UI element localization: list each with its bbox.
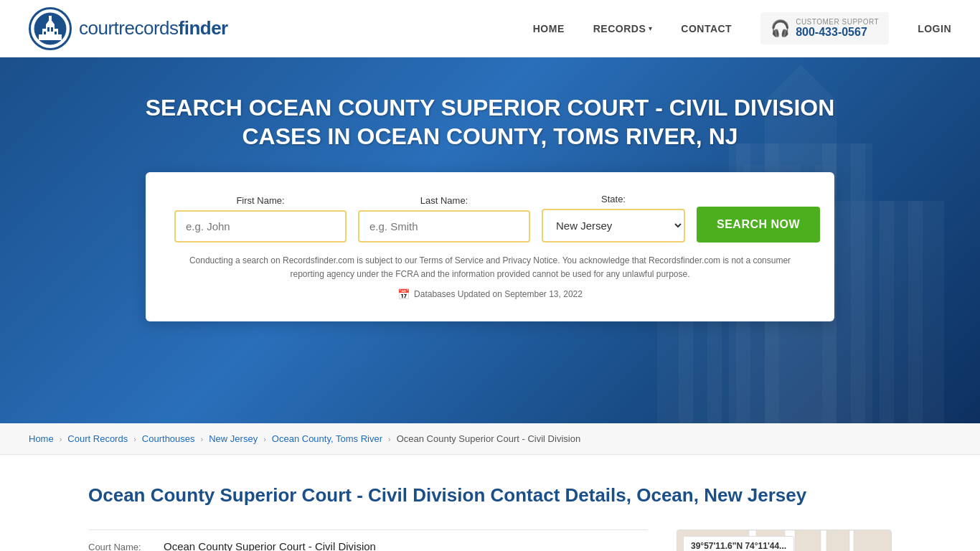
breadcrumb-sep-2: › <box>133 435 136 443</box>
svg-rect-21 <box>851 143 865 423</box>
court-name-value: Ocean County Superior Court - Civil Divi… <box>164 540 376 551</box>
hero-title: SEARCH OCEAN COUNTY SUPERIOR COURT - CIV… <box>131 93 849 151</box>
breadcrumb: Home › Court Records › Courthouses › New… <box>0 423 980 455</box>
svg-rect-8 <box>47 27 50 32</box>
logo-area[interactable]: courtrecordsfinder <box>29 7 228 50</box>
last-name-group: Last Name: <box>358 195 530 242</box>
breadcrumb-sep-3: › <box>201 435 204 443</box>
db-updated: 📅 Databases Updated on September 13, 202… <box>174 288 806 300</box>
map-overlay: 39°57'11.6"N 74°11'44... View larger map <box>683 536 794 551</box>
svg-rect-9 <box>51 27 53 32</box>
svg-rect-36 <box>821 530 826 551</box>
svg-rect-37 <box>849 530 854 551</box>
map-coords: 39°57'11.6"N 74°11'44... <box>691 541 786 551</box>
support-phone: 800-433-0567 <box>796 26 879 39</box>
nav-login[interactable]: LOGIN <box>918 23 951 34</box>
search-fields: First Name: Last Name: State: New Jersey… <box>174 194 806 242</box>
svg-rect-7 <box>44 32 46 34</box>
map-container: 39°57'11.6"N 74°11'44... View larger map <box>677 529 892 551</box>
svg-rect-10 <box>55 32 57 34</box>
nav-records[interactable]: RECORDS ▾ <box>593 23 653 34</box>
support-block: 🎧 CUSTOMER SUPPORT 800-433-0567 <box>760 12 889 44</box>
state-select[interactable]: New Jersey Alabama Alaska Arizona Califo… <box>542 209 685 242</box>
chevron-down-icon: ▾ <box>649 24 652 32</box>
first-name-label: First Name: <box>174 195 347 206</box>
support-label: CUSTOMER SUPPORT <box>796 18 879 26</box>
search-button[interactable]: SEARCH NOW <box>697 207 820 242</box>
breadcrumb-home[interactable]: Home <box>29 433 54 444</box>
breadcrumb-new-jersey[interactable]: New Jersey <box>209 433 258 444</box>
search-card: First Name: Last Name: State: New Jersey… <box>146 172 834 321</box>
breadcrumb-ocean-county[interactable]: Ocean County, Toms River <box>272 433 382 444</box>
breadcrumb-sep-1: › <box>60 435 62 443</box>
court-name-label: Court Name: <box>88 542 156 551</box>
headset-icon: 🎧 <box>771 19 790 38</box>
map-area: 39°57'11.6"N 74°11'44... View larger map <box>677 529 892 551</box>
main-nav: HOME RECORDS ▾ CONTACT 🎧 CUSTOMER SUPPOR… <box>533 12 951 44</box>
last-name-input[interactable] <box>358 210 530 242</box>
details-layout: Court Name: Ocean County Superior Court … <box>88 529 892 551</box>
breadcrumb-court-records[interactable]: Court Records <box>67 433 128 444</box>
svg-rect-11 <box>58 32 60 34</box>
breadcrumb-sep-5: › <box>388 435 391 443</box>
logo-icon <box>29 7 72 50</box>
main-content: Ocean County Superior Court - Civil Divi… <box>60 455 920 551</box>
court-name-row: Court Name: Ocean County Superior Court … <box>88 529 648 551</box>
first-name-input[interactable] <box>174 210 347 242</box>
nav-contact[interactable]: CONTACT <box>681 23 732 34</box>
logo-text: courtrecordsfinder <box>79 17 228 39</box>
breadcrumb-sep-4: › <box>263 435 266 443</box>
hero-section: SEARCH OCEAN COUNTY SUPERIOR COURT - CIV… <box>0 57 980 423</box>
svg-rect-6 <box>40 32 42 34</box>
first-name-group: First Name: <box>174 195 347 242</box>
last-name-label: Last Name: <box>358 195 530 206</box>
state-label: State: <box>542 194 685 204</box>
site-header: courtrecordsfinder HOME RECORDS ▾ CONTAC… <box>0 0 980 57</box>
nav-records-link[interactable]: RECORDS <box>593 23 646 34</box>
state-group: State: New Jersey Alabama Alaska Arizona… <box>542 194 685 242</box>
page-heading: Ocean County Superior Court - Civil Divi… <box>88 484 892 508</box>
details-table: Court Name: Ocean County Superior Court … <box>88 529 648 551</box>
breadcrumb-courthouses[interactable]: Courthouses <box>142 433 195 444</box>
svg-rect-3 <box>46 24 55 29</box>
nav-home[interactable]: HOME <box>533 23 565 34</box>
calendar-icon: 📅 <box>397 288 410 300</box>
disclaimer-text: Conducting a search on Recordsfinder.com… <box>174 254 806 281</box>
svg-rect-1 <box>39 34 62 40</box>
breadcrumb-current: Ocean County Superior Court - Civil Divi… <box>397 433 580 444</box>
svg-rect-23 <box>908 201 923 423</box>
svg-rect-22 <box>880 201 894 423</box>
svg-rect-5 <box>49 16 52 20</box>
support-text: CUSTOMER SUPPORT 800-433-0567 <box>796 18 879 39</box>
